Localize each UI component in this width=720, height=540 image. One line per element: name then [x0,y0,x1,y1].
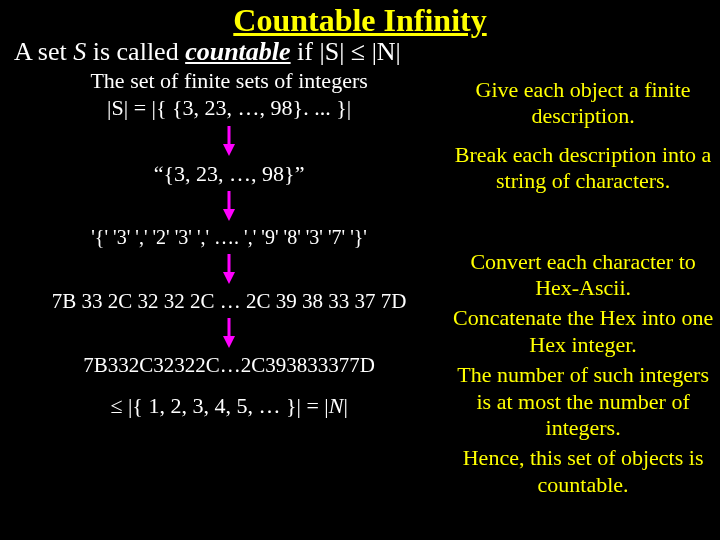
svg-marker-1 [223,144,235,156]
left-column: The set of finite sets of integers |S| =… [6,67,452,498]
right-block-6: Hence, this set of objects is countable. [452,445,714,498]
right-block-5: The number of such integers is at most t… [452,362,714,441]
defn-mid: is called [86,37,185,66]
right-block-3: Convert each character to Hex-Ascii. [452,249,714,302]
left-line-6: 7B332C32322C…2C393833377D [83,353,375,377]
defn-countable: countable [185,37,290,66]
l7a: ≤ |{ 1, 2, 3, 4, 5, … }| = | [110,393,328,418]
left-line-1: The set of finite sets of integers [90,68,367,93]
right-block-2: Break each description into a string of … [452,142,714,195]
right-block-4: Concatenate the Hex into one Hex integer… [452,305,714,358]
definition-line: A set S is called countable if |S| ≤ |N| [0,37,720,67]
left-line-4: '{' '3' ',' '2' '3' ',' …. ',' '9' '8' '… [91,226,367,249]
left-line-2: |S| = |{ {3, 23, …, 98}. ... }| [107,95,351,120]
slide: Countable Infinity A set S is called cou… [0,0,720,540]
svg-marker-5 [223,272,235,284]
columns: The set of finite sets of integers |S| =… [0,67,720,498]
l7b: | [343,393,347,418]
defn-suffix: if |S| ≤ |N| [291,37,401,66]
svg-marker-3 [223,209,235,221]
right-block-1: Give each object a finite description. [452,77,714,130]
defn-prefix: A set [14,37,73,66]
arrow-1 [221,126,237,156]
slide-title: Countable Infinity [0,0,720,39]
arrow-2 [221,191,237,221]
arrow-3 [221,254,237,284]
left-line-3: “{3, 23, …, 98}” [154,161,305,186]
svg-marker-7 [223,336,235,348]
l7N: N [329,393,344,418]
left-line-5: 7B 33 2C 32 32 2C … 2C 39 38 33 37 7D [52,289,407,313]
defn-S: S [73,37,86,66]
right-column: Give each object a finite description. B… [452,67,714,498]
left-line-7: ≤ |{ 1, 2, 3, 4, 5, … }| = |N| [110,393,347,418]
arrow-4 [221,318,237,348]
